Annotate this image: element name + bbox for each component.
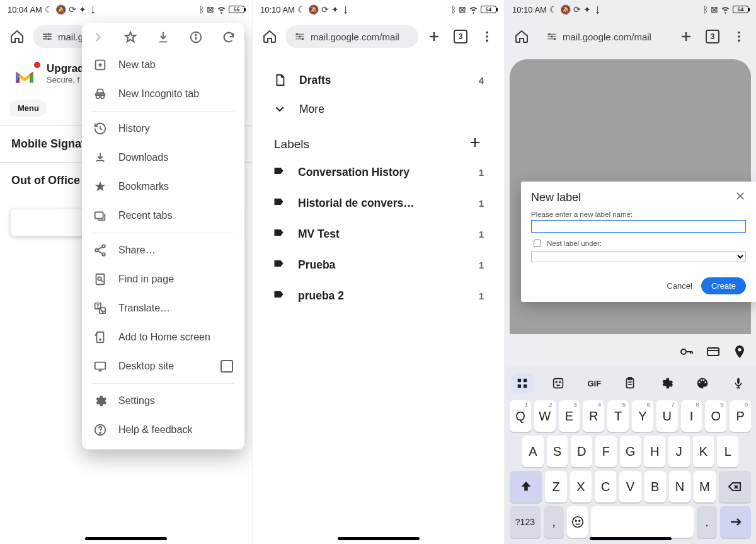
mute-icon: 🔕	[308, 4, 319, 14]
svg-point-49	[556, 381, 557, 383]
sidebar-more[interactable]: More	[263, 95, 494, 124]
menu-downloads[interactable]: Downloads	[82, 143, 244, 172]
label-item[interactable]: MV Test 1	[263, 219, 494, 250]
key-b[interactable]: B	[644, 471, 666, 502]
info-icon[interactable]	[189, 30, 203, 47]
key-m[interactable]: M	[694, 471, 715, 502]
location-icon[interactable]	[732, 344, 747, 362]
key-symbols[interactable]: ?123	[510, 506, 541, 538]
card-icon[interactable]	[706, 344, 721, 362]
key-emoji[interactable]	[567, 506, 588, 538]
key-x[interactable]: X	[570, 471, 592, 502]
key-u[interactable]: U7	[656, 400, 678, 432]
label-name-input[interactable]	[531, 220, 746, 233]
svg-rect-42	[707, 348, 719, 356]
label-name: Historial de convers…	[298, 197, 415, 210]
key-z[interactable]: Z	[545, 471, 566, 502]
key-i[interactable]: I8	[681, 400, 702, 432]
more-icon[interactable]	[728, 26, 750, 47]
forward-icon[interactable]	[91, 30, 105, 47]
add-label-icon[interactable]	[467, 135, 483, 153]
key-c[interactable]: C	[595, 471, 616, 502]
key-g[interactable]: G	[620, 436, 641, 467]
menu-settings[interactable]: Settings	[82, 386, 244, 415]
menu-help[interactable]: Help & feedback	[82, 415, 244, 444]
menu-chip[interactable]: Menu	[10, 100, 47, 117]
sidebar-drafts[interactable]: Drafts 4	[263, 66, 494, 95]
key-backspace[interactable]	[719, 471, 751, 502]
key-v[interactable]: V	[619, 471, 641, 502]
nest-label-select[interactable]	[531, 251, 746, 262]
refresh-icon[interactable]	[222, 30, 236, 47]
menu-add-home[interactable]: Add to Home screen	[82, 323, 244, 352]
key-w[interactable]: W2	[534, 400, 556, 432]
kb-sticker-icon[interactable]	[547, 373, 570, 393]
new-tab-icon[interactable]	[423, 26, 445, 47]
create-button[interactable]: Create	[701, 277, 746, 294]
download-icon[interactable]	[156, 30, 170, 47]
label-count: 1	[479, 291, 484, 301]
cancel-button[interactable]: Cancel	[667, 281, 692, 291]
keyboard-collapse-icon[interactable]	[508, 540, 752, 544]
label-item[interactable]: Prueba 1	[263, 250, 494, 281]
key-comma[interactable]: ,	[544, 506, 564, 538]
home-icon[interactable]	[259, 26, 280, 47]
menu-recent-tabs[interactable]: Recent tabs	[82, 201, 244, 230]
menu-share[interactable]: Share…	[82, 236, 244, 265]
key-s[interactable]: S	[547, 436, 568, 467]
label-item[interactable]: prueba 2 1	[263, 281, 494, 311]
key-enter[interactable]	[720, 506, 751, 538]
kb-gif-button[interactable]: GIF	[583, 373, 605, 393]
menu-find[interactable]: Find in page	[82, 265, 244, 294]
tabs-button[interactable]: 3	[702, 26, 723, 47]
star-icon[interactable]	[123, 30, 137, 47]
menu-desktop-site[interactable]: Desktop site	[82, 352, 244, 381]
modal-backdrop: New label Please enter a new label name:…	[510, 59, 751, 334]
kb-settings-icon[interactable]	[655, 373, 678, 393]
key-t[interactable]: T5	[607, 400, 629, 432]
key-r[interactable]: R4	[583, 400, 604, 432]
menu-bookmarks[interactable]: Bookmarks	[82, 172, 244, 201]
home-icon[interactable]	[6, 26, 28, 47]
key-e[interactable]: E3	[559, 400, 580, 432]
key-shift[interactable]	[510, 471, 542, 502]
menu-translate[interactable]: Translate…	[82, 294, 244, 323]
key-f[interactable]: F	[595, 436, 617, 467]
new-tab-icon[interactable]	[675, 26, 697, 47]
nest-label-checkbox[interactable]: Nest label under:	[531, 238, 746, 249]
key-d[interactable]: D	[571, 436, 592, 467]
tune-icon	[546, 31, 558, 42]
key-a[interactable]: A	[522, 436, 544, 467]
key-l[interactable]: L	[717, 436, 738, 467]
menu-incognito[interactable]: New Incognito tab	[82, 79, 244, 108]
svg-rect-48	[554, 379, 563, 388]
battery-icon: 54	[733, 6, 748, 13]
label-item[interactable]: Historial de convers… 1	[263, 188, 494, 219]
key-h[interactable]: H	[644, 436, 665, 467]
close-icon[interactable]	[735, 190, 746, 204]
password-key-icon[interactable]	[679, 344, 694, 362]
key-o[interactable]: O9	[705, 400, 726, 432]
label-item[interactable]: Conversation History 1	[263, 157, 494, 188]
key-q[interactable]: Q1	[510, 400, 531, 432]
kb-theme-icon[interactable]	[691, 373, 714, 393]
url-bar[interactable]: mail.google.com/mail	[285, 25, 418, 48]
desktop-site-checkbox[interactable]	[220, 360, 233, 373]
key-k[interactable]: K	[693, 436, 714, 467]
url-bar[interactable]: mail.google.com/mail	[537, 25, 670, 48]
menu-history[interactable]: History	[82, 114, 244, 143]
svg-point-59	[575, 520, 576, 521]
key-p[interactable]: P0	[730, 400, 751, 432]
kb-mic-icon[interactable]	[727, 373, 750, 393]
key-j[interactable]: J	[668, 436, 690, 467]
key-space[interactable]	[591, 506, 694, 538]
kb-clipboard-icon[interactable]	[619, 373, 641, 393]
more-icon[interactable]	[476, 26, 498, 47]
key-n[interactable]: N	[669, 471, 690, 502]
home-icon[interactable]	[511, 26, 532, 47]
kb-apps-icon[interactable]	[511, 373, 534, 393]
menu-new-tab[interactable]: New tab	[82, 50, 244, 79]
tabs-button[interactable]: 3	[450, 26, 471, 47]
key-period[interactable]: .	[697, 506, 718, 538]
key-y[interactable]: Y6	[632, 400, 653, 432]
